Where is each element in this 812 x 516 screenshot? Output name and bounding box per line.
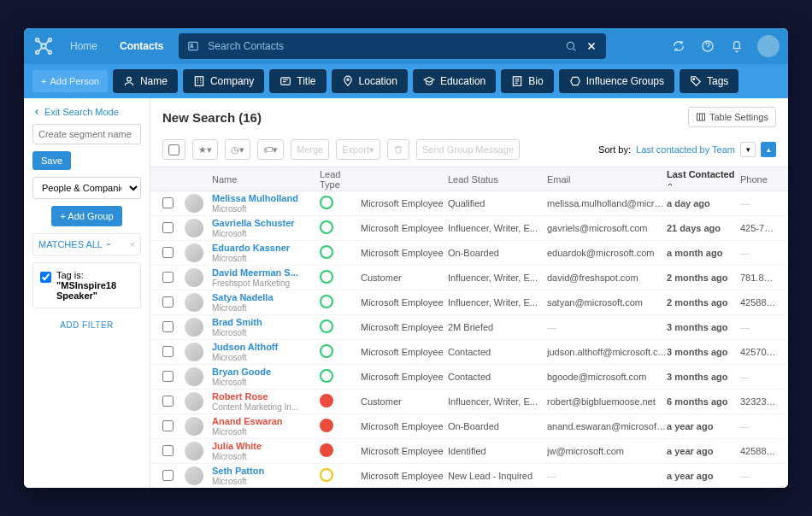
contact-name[interactable]: Julia White bbox=[212, 441, 320, 451]
delete-button[interactable] bbox=[387, 139, 409, 160]
table-row[interactable]: Bryan GoodeMicrosoftMicrosoft EmployeeCo… bbox=[150, 365, 788, 390]
select-all-checkbox[interactable] bbox=[162, 139, 185, 160]
col-phone[interactable]: Phone bbox=[740, 174, 776, 185]
contact-name[interactable]: Robert Rose bbox=[212, 391, 320, 402]
avatar bbox=[185, 318, 203, 337]
add-group-button[interactable]: + Add Group bbox=[51, 206, 121, 226]
col-leadtype[interactable]: Lead Type bbox=[320, 169, 361, 190]
filter-pill-education[interactable]: Education bbox=[413, 69, 496, 93]
table-row[interactable]: Satya NadellaMicrosoftMicrosoft Employee… bbox=[150, 290, 788, 315]
table-row[interactable]: Julia WhiteMicrosoftMicrosoft EmployeeId… bbox=[150, 439, 788, 464]
filter-pill-tags[interactable]: Tags bbox=[680, 69, 738, 93]
contact-name[interactable]: Brad Smith bbox=[212, 317, 320, 327]
table-row[interactable]: Eduardo KassnerMicrosoftMicrosoft Employ… bbox=[150, 241, 788, 266]
timer-button[interactable]: ◷▾ bbox=[225, 139, 250, 160]
people-companies-select[interactable]: People & Companies bbox=[32, 177, 141, 199]
tag-filter-checkbox[interactable] bbox=[40, 272, 51, 283]
col-leadstatus[interactable]: Lead Status bbox=[448, 174, 547, 185]
sort-by-label: Sort by: bbox=[598, 144, 631, 155]
contact-company: Content Marketing In... bbox=[212, 402, 320, 412]
table-row[interactable]: Anand EswaranMicrosoftMicrosoft Employee… bbox=[150, 414, 788, 439]
exit-search-link[interactable]: Exit Search Mode bbox=[32, 107, 141, 117]
nav-contacts[interactable]: Contacts bbox=[113, 40, 170, 52]
clear-search-icon[interactable] bbox=[585, 40, 597, 52]
row-checkbox[interactable] bbox=[162, 470, 174, 481]
last-contacted: a month ago bbox=[667, 248, 740, 258]
contact-name[interactable]: Satya Nadella bbox=[212, 292, 320, 302]
row-checkbox[interactable] bbox=[162, 272, 174, 283]
contact-name[interactable]: David Meerman S... bbox=[212, 267, 320, 278]
bell-icon[interactable] bbox=[728, 38, 745, 55]
contact-name[interactable]: Judson Althoff bbox=[212, 342, 320, 352]
avatar bbox=[185, 293, 203, 312]
row-checkbox[interactable] bbox=[162, 296, 174, 308]
segment-name-input[interactable] bbox=[32, 124, 141, 144]
export-button[interactable]: Export ▾ bbox=[336, 139, 380, 160]
col-email[interactable]: Email bbox=[547, 174, 667, 185]
add-filter-button[interactable]: ADD FILTER bbox=[32, 315, 141, 335]
filter-pill-influence-groups[interactable]: Influence Groups bbox=[559, 69, 674, 93]
search-input[interactable] bbox=[208, 40, 556, 52]
help-icon[interactable] bbox=[699, 38, 716, 55]
contact-company: Microsoft bbox=[212, 303, 320, 313]
row-checkbox[interactable] bbox=[162, 396, 174, 407]
avatar bbox=[185, 417, 203, 436]
row-checkbox[interactable] bbox=[162, 371, 174, 382]
table-row[interactable]: Melissa MulhollandMicrosoftMicrosoft Emp… bbox=[150, 191, 788, 216]
star-button[interactable]: ★▾ bbox=[192, 139, 218, 160]
match-mode[interactable]: MATCHES ALL × bbox=[32, 233, 141, 255]
lead-type: Microsoft Employee bbox=[361, 347, 448, 357]
app-logo[interactable] bbox=[32, 35, 55, 57]
row-checkbox[interactable] bbox=[162, 247, 174, 258]
contact-name[interactable]: Melissa Mulholland bbox=[212, 193, 320, 203]
col-name[interactable]: Name bbox=[212, 174, 320, 185]
save-button[interactable]: Save bbox=[32, 151, 71, 170]
row-checkbox[interactable] bbox=[162, 222, 174, 233]
status-dot-icon bbox=[320, 419, 333, 432]
row-checkbox[interactable] bbox=[162, 346, 174, 357]
table-settings-button[interactable]: Table Settings bbox=[688, 107, 776, 127]
table-row[interactable]: Brad SmithMicrosoftMicrosoft Employee2M … bbox=[150, 315, 788, 340]
filter-pill-location[interactable]: Location bbox=[332, 69, 408, 93]
nav-home[interactable]: Home bbox=[63, 40, 104, 52]
email: — bbox=[547, 322, 667, 332]
row-checkbox[interactable] bbox=[162, 420, 174, 431]
send-group-button[interactable]: Send Group Message bbox=[416, 139, 520, 160]
filter-pill-name[interactable]: Name bbox=[113, 69, 178, 93]
user-avatar[interactable] bbox=[757, 35, 780, 57]
filter-pill-title[interactable]: Title bbox=[269, 69, 326, 93]
table-row[interactable]: Robert RoseContent Marketing In...Custom… bbox=[150, 390, 788, 414]
contact-name[interactable]: Bryan Goode bbox=[212, 366, 320, 377]
filter-pill-bio[interactable]: Bio bbox=[501, 69, 553, 93]
contact-name[interactable]: Eduardo Kassner bbox=[212, 243, 320, 253]
search-icon[interactable] bbox=[565, 40, 577, 52]
table-row[interactable]: David Meerman S...Freshspot MarketingCus… bbox=[150, 266, 788, 290]
lead-type: Microsoft Employee bbox=[361, 372, 448, 382]
add-person-button[interactable]: +Add Person bbox=[32, 70, 108, 92]
sort-asc-button[interactable]: ▾ bbox=[740, 142, 756, 157]
contact-name[interactable]: Gavriella Schuster bbox=[212, 218, 320, 228]
merge-button[interactable]: Merge bbox=[291, 139, 329, 160]
sort-desc-button[interactable]: ▴ bbox=[761, 142, 776, 157]
last-contacted: a year ago bbox=[667, 471, 740, 481]
table-row[interactable]: Judson AlthoffMicrosoftMicrosoft Employe… bbox=[150, 340, 788, 365]
row-checkbox[interactable] bbox=[162, 197, 174, 208]
tag-button[interactable]: 🏷▾ bbox=[257, 139, 284, 160]
lead-type: Customer bbox=[361, 273, 448, 283]
sort-value[interactable]: Last contacted by Team bbox=[636, 144, 735, 155]
remove-match-icon[interactable]: × bbox=[130, 239, 135, 249]
table-row[interactable]: Seth PattonMicrosoftMicrosoft EmployeeNe… bbox=[150, 464, 788, 488]
col-lastcontacted[interactable]: Last Contacted bbox=[667, 169, 740, 190]
table-row[interactable]: Gavriella SchusterMicrosoftMicrosoft Emp… bbox=[150, 216, 788, 241]
contact-card-icon bbox=[187, 40, 199, 52]
row-checkbox[interactable] bbox=[162, 445, 174, 456]
row-checkbox[interactable] bbox=[162, 321, 174, 332]
filter-pill-company[interactable]: Company bbox=[183, 69, 264, 93]
svg-point-12 bbox=[346, 79, 348, 80]
contact-name[interactable]: Seth Patton bbox=[212, 466, 320, 476]
search-box[interactable] bbox=[179, 33, 606, 59]
contact-name[interactable]: Anand Eswaran bbox=[212, 416, 320, 426]
columns-icon bbox=[696, 112, 706, 122]
sync-icon[interactable] bbox=[670, 38, 687, 55]
lead-status: Identified bbox=[448, 446, 547, 456]
